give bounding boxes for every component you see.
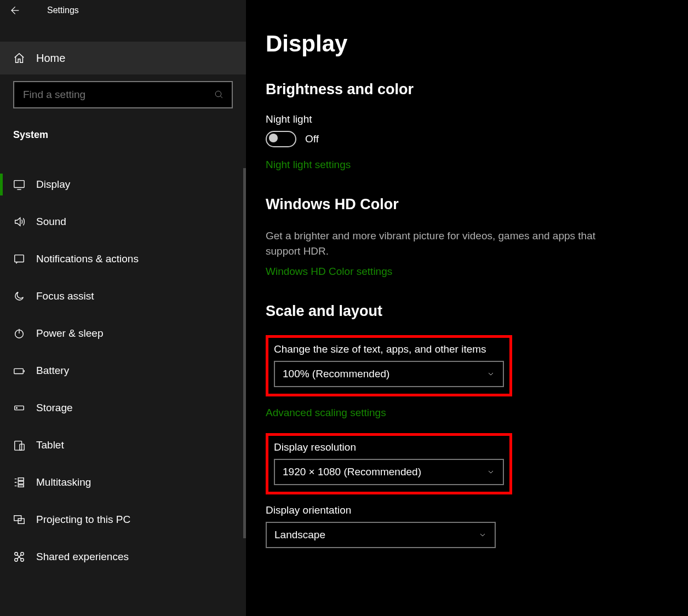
section-scale: Scale and layout Change the size of text…: [266, 303, 666, 548]
night-light-toggle-row: Off: [266, 131, 666, 147]
svg-rect-7: [15, 441, 22, 451]
sidebar-item-focus[interactable]: Focus assist: [0, 278, 246, 315]
sidebar-item-label: Multitasking: [36, 476, 91, 488]
section-title: Scale and layout: [266, 303, 666, 320]
moon-icon: [13, 290, 25, 302]
display-icon: [13, 179, 25, 191]
category-label: System: [13, 129, 246, 141]
section-title: Windows HD Color: [266, 196, 666, 213]
sidebar-item-label: Shared experiences: [36, 551, 129, 563]
svg-point-6: [16, 407, 18, 408]
sidebar-item-storage[interactable]: Storage: [0, 389, 246, 427]
back-button[interactable]: [0, 2, 28, 19]
settings-sidebar: Settings Home System Display Sound Notif…: [0, 0, 246, 616]
sidebar-item-notifications[interactable]: Notifications & actions: [0, 240, 246, 278]
sound-icon: [13, 216, 25, 228]
power-icon: [13, 327, 25, 339]
chevron-down-icon: [486, 370, 495, 378]
home-label: Home: [36, 52, 65, 65]
section-hdcolor: Windows HD Color Get a brighter and more…: [266, 196, 666, 278]
sidebar-item-label: Projecting to this PC: [36, 514, 130, 526]
resolution-combobox[interactable]: 1920 × 1080 (Recommended): [274, 459, 504, 485]
chevron-down-icon: [478, 531, 487, 539]
sidebar-item-label: Notifications & actions: [36, 253, 139, 265]
sidebar-item-label: Focus assist: [36, 290, 94, 302]
search-icon: [214, 90, 224, 100]
svg-rect-10: [18, 481, 24, 484]
sidebar-item-label: Power & sleep: [36, 327, 104, 339]
toggle-state-text: Off: [305, 133, 319, 145]
advanced-scaling-link[interactable]: Advanced scaling settings: [266, 407, 386, 419]
sidebar-item-battery[interactable]: Battery: [0, 352, 246, 389]
sidebar-item-tablet[interactable]: Tablet: [0, 427, 246, 464]
section-title: Brightness and color: [266, 81, 666, 98]
orientation-combobox[interactable]: Landscape: [266, 522, 496, 548]
back-arrow-icon: [9, 5, 20, 16]
resolution-label: Display resolution: [274, 441, 504, 453]
home-icon: [13, 52, 25, 64]
projecting-icon: [13, 514, 25, 526]
page-title: Display: [266, 31, 666, 57]
sidebar-item-label: Tablet: [36, 439, 64, 451]
chevron-down-icon: [486, 468, 495, 476]
sidebar-item-label: Sound: [36, 216, 66, 228]
search-wrap: [13, 81, 233, 108]
night-light-settings-link[interactable]: Night light settings: [266, 159, 351, 171]
home-item[interactable]: Home: [0, 42, 246, 74]
search-input[interactable]: [22, 88, 214, 101]
highlight-scale: Change the size of text, apps, and other…: [266, 335, 512, 396]
section-brightness: Brightness and color Night light Off Nig…: [266, 81, 666, 171]
svg-rect-1: [14, 181, 24, 188]
sidebar-item-label: Battery: [36, 365, 69, 377]
svg-rect-11: [18, 485, 24, 487]
search-box[interactable]: [13, 81, 233, 108]
sidebar-item-projecting[interactable]: Projecting to this PC: [0, 501, 246, 538]
scale-value: 100% (Recommended): [283, 368, 389, 380]
sidebar-item-label: Storage: [36, 402, 73, 414]
orientation-value: Landscape: [274, 529, 325, 541]
shared-icon: [13, 551, 25, 563]
titlebar: Settings: [0, 0, 246, 19]
svg-rect-4: [14, 369, 24, 373]
content-pane: Display Brightness and color Night light…: [246, 0, 688, 616]
svg-rect-2: [15, 255, 24, 262]
sidebar-item-sound[interactable]: Sound: [0, 203, 246, 240]
battery-icon: [13, 365, 25, 377]
multitasking-icon: [13, 476, 25, 488]
highlight-resolution: Display resolution 1920 × 1080 (Recommen…: [266, 433, 512, 494]
orientation-label: Display orientation: [266, 504, 666, 516]
orientation-group: Display orientation Landscape: [266, 504, 666, 548]
toggle-knob: [269, 134, 278, 142]
sidebar-item-power[interactable]: Power & sleep: [0, 315, 246, 352]
scale-label: Change the size of text, apps, and other…: [274, 343, 504, 355]
svg-rect-9: [18, 478, 24, 481]
night-light-toggle[interactable]: [266, 131, 296, 147]
storage-icon: [13, 402, 25, 414]
scale-combobox[interactable]: 100% (Recommended): [274, 361, 504, 387]
hdcolor-description: Get a brighter and more vibrant picture …: [266, 228, 616, 258]
resolution-value: 1920 × 1080 (Recommended): [283, 466, 421, 478]
sidebar-item-multitasking[interactable]: Multitasking: [0, 464, 246, 501]
app-title: Settings: [28, 5, 79, 15]
sidebar-item-shared[interactable]: Shared experiences: [0, 538, 246, 575]
hdcolor-settings-link[interactable]: Windows HD Color settings: [266, 266, 392, 278]
tablet-icon: [13, 439, 25, 451]
nav-list: Display Sound Notifications & actions Fo…: [0, 166, 246, 575]
sidebar-item-label: Display: [36, 179, 70, 191]
sidebar-item-display[interactable]: Display: [0, 166, 246, 203]
svg-point-0: [215, 91, 221, 97]
svg-rect-12: [14, 516, 21, 521]
night-light-label: Night light: [266, 113, 666, 125]
notifications-icon: [13, 253, 25, 265]
